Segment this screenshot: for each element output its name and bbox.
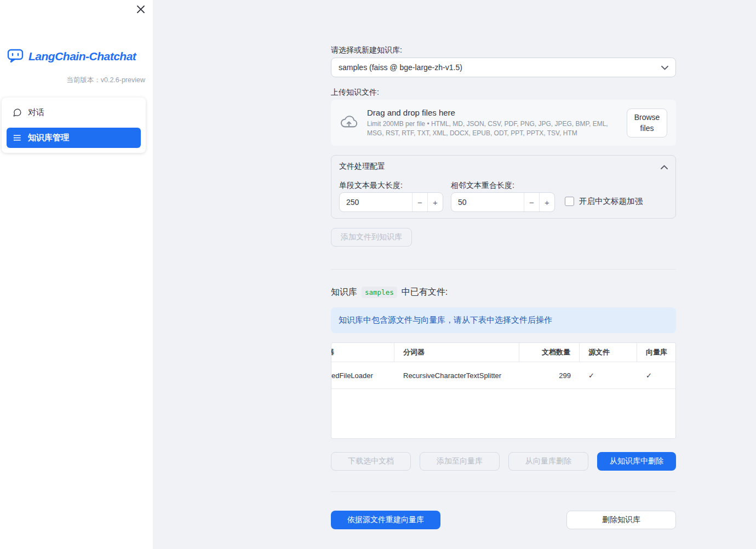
max-length-label: 单段文本最大长度: bbox=[339, 181, 403, 191]
table-header-row: 文档加载器 分词器 文档数量 源文件 向量库 bbox=[331, 343, 676, 362]
sidebar-item-knowledge-base[interactable]: 知识库管理 bbox=[7, 128, 141, 148]
dropzone-limit-text: Limit 200MB per file • HTML, MD, JSON, C… bbox=[367, 119, 618, 138]
chevron-down-icon bbox=[661, 63, 668, 72]
add-files-button: 添加文件到知识库 bbox=[331, 228, 412, 247]
sidebar-item-label: 对话 bbox=[28, 107, 44, 118]
info-text: 知识库中包含源文件与向量库，请从下表中选择文件后操作 bbox=[339, 315, 552, 325]
files-table-scroll[interactable]: 文档加载器 分词器 文档数量 源文件 向量库 UnstructuredFileL… bbox=[331, 343, 676, 389]
col-header-doc-count[interactable]: 文档数量 bbox=[519, 343, 580, 362]
overlap-increment-button[interactable]: + bbox=[539, 193, 554, 211]
max-length-input: 250 − + bbox=[339, 192, 443, 212]
files-table: 文档加载器 分词器 文档数量 源文件 向量库 UnstructuredFileL… bbox=[331, 342, 676, 439]
sidebar-close-button[interactable] bbox=[135, 4, 147, 16]
download-selected-button: 下载选中文档 bbox=[331, 452, 411, 471]
dropzone-texts: Drag and drop files here Limit 200MB per… bbox=[367, 108, 618, 138]
cell-splitter: RecursiveCharacterTextSplitter bbox=[394, 362, 519, 388]
zh-title-checkbox-label: 开启中文标题加强 bbox=[579, 196, 643, 207]
kb-select-label: 请选择或新建知识库: bbox=[331, 45, 402, 55]
existing-files-heading: 知识库 samples 中已有文件: bbox=[331, 287, 448, 298]
list-icon bbox=[13, 133, 22, 142]
kb-select-value: samples (faiss @ bge-large-zh-v1.5) bbox=[339, 63, 462, 72]
upload-label: 上传知识文件: bbox=[331, 88, 379, 98]
col-header-splitter[interactable]: 分词器 bbox=[394, 343, 519, 362]
cloud-upload-icon bbox=[340, 115, 358, 131]
app-logo: LangChain-Chatchat bbox=[7, 47, 136, 65]
file-dropzone[interactable]: Drag and drop files here Limit 200MB per… bbox=[331, 100, 676, 146]
add-to-vector-store-button: 添加至向量库 bbox=[420, 452, 500, 471]
checkbox-icon[interactable] bbox=[565, 197, 574, 206]
zh-title-checkbox-row[interactable]: 开启中文标题加强 bbox=[565, 196, 643, 207]
sidebar-item-dialogue[interactable]: 对话 bbox=[7, 102, 141, 123]
max-length-decrement-button[interactable]: − bbox=[412, 193, 427, 211]
app-window: LangChain-Chatchat 当前版本：v0.2.6-preview 对… bbox=[0, 0, 756, 549]
overlap-decrement-button[interactable]: − bbox=[524, 193, 539, 211]
max-length-increment-button[interactable]: + bbox=[427, 193, 443, 211]
delete-knowledge-base-button[interactable]: 删除知识库 bbox=[566, 511, 676, 529]
delete-from-vector-store-button: 从向量库删除 bbox=[508, 452, 588, 471]
sidebar: LangChain-Chatchat 当前版本：v0.2.6-preview 对… bbox=[0, 0, 153, 549]
logo-text: LangChain-Chatchat bbox=[28, 50, 136, 63]
sidebar-menu: 对话 知识库管理 bbox=[2, 98, 146, 153]
cell-doc-count: 299 bbox=[519, 362, 580, 388]
cell-loader: UnstructuredFileLoader bbox=[331, 362, 394, 388]
chat-bubble-icon bbox=[13, 108, 22, 117]
col-header-source-file[interactable]: 源文件 bbox=[580, 343, 637, 362]
divider bbox=[331, 269, 676, 270]
chevron-up-icon bbox=[661, 162, 668, 171]
existing-suffix: 中已有文件: bbox=[402, 287, 448, 298]
cell-source-check: ✓ bbox=[580, 362, 637, 388]
table-row[interactable]: UnstructuredFileLoader RecursiveCharacte… bbox=[331, 362, 676, 389]
cell-vector-check: ✓ bbox=[637, 362, 676, 388]
existing-prefix: 知识库 bbox=[331, 287, 357, 298]
file-actions-row: 下载选中文档 添加至向量库 从向量库删除 从知识库中删除 bbox=[331, 452, 676, 471]
col-header-vector-store[interactable]: 向量库 bbox=[637, 343, 676, 362]
main-content: 请选择或新建知识库: samples (faiss @ bge-large-zh… bbox=[331, 0, 676, 549]
info-banner: 知识库中包含源文件与向量库，请从下表中选择文件后操作 bbox=[331, 307, 676, 333]
max-length-value[interactable]: 250 bbox=[340, 193, 412, 211]
dropzone-title: Drag and drop files here bbox=[367, 108, 618, 117]
browse-files-button[interactable]: Browse files bbox=[627, 108, 667, 138]
delete-from-kb-button[interactable]: 从知识库中删除 bbox=[597, 452, 676, 471]
rebuild-vector-store-button[interactable]: 依据源文件重建向量库 bbox=[331, 511, 440, 529]
kb-name-code-chip: samples bbox=[362, 287, 397, 298]
logo-icon bbox=[7, 47, 24, 65]
kb-select[interactable]: samples (faiss @ bge-large-zh-v1.5) bbox=[331, 58, 676, 77]
col-header-loader[interactable]: 文档加载器 bbox=[331, 343, 394, 362]
expander-header[interactable]: 文件处理配置 bbox=[331, 156, 675, 178]
version-label: 当前版本：v0.2.6-preview bbox=[66, 76, 145, 85]
overlap-label: 相邻文本重合长度: bbox=[451, 181, 514, 191]
close-icon bbox=[136, 5, 145, 15]
sidebar-item-label: 知识库管理 bbox=[28, 133, 69, 143]
overlap-input: 50 − + bbox=[451, 192, 555, 212]
file-config-expander: 文件处理配置 单段文本最大长度: 相邻文本重合长度: 250 − + 50 − … bbox=[331, 155, 676, 219]
overlap-value[interactable]: 50 bbox=[451, 193, 524, 211]
expander-title: 文件处理配置 bbox=[339, 162, 385, 171]
divider bbox=[331, 491, 676, 492]
